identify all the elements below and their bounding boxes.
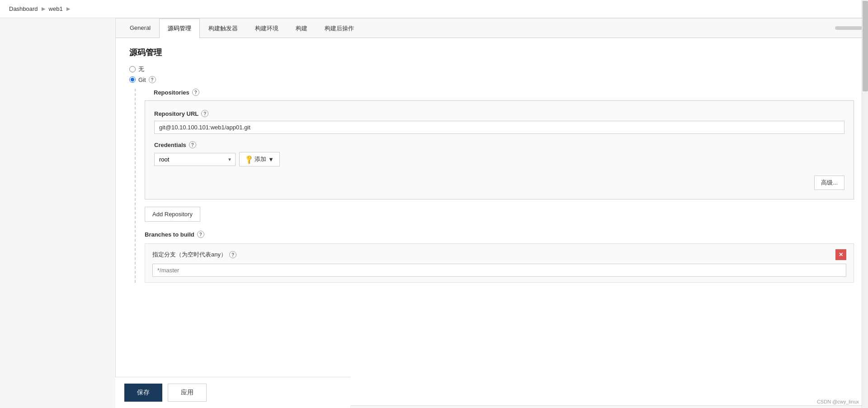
branches-help-icon[interactable]: ? [197,231,204,238]
branch-field-label: 指定分支（为空时代表any） ? [152,251,236,259]
credentials-label: Credentials ? [154,141,844,148]
tab-scrollbar-area [835,19,862,38]
right-scrollbar[interactable] [862,0,868,408]
credentials-add-label: 添加 [255,155,266,163]
tab-scrollbar-track [835,26,862,30]
branches-header: Branches to build ? [145,231,854,238]
tab-build[interactable]: 构建 [287,19,316,38]
scrollbar-thumb [863,1,868,91]
breadcrumb-arrow-2: ▶ [66,6,70,12]
scm-radio-group: 无 Git ? [129,65,854,83]
main-content: General 源码管理 构建触发器 构建环境 构建 构建后操作 源码管理 无 [115,18,868,406]
advanced-btn-row: 高级... [154,176,844,190]
key-icon: 🔑 [244,154,254,164]
radio-none-item: 无 [129,65,854,73]
branch-input[interactable] [152,264,846,277]
advanced-button[interactable]: 高级... [814,176,844,190]
repositories-header: Repositories ? [145,89,854,96]
section-title: 源码管理 [129,47,854,58]
credentials-select[interactable]: root [154,153,236,166]
repositories-label: Repositories [154,89,189,96]
radio-git-label: Git [138,76,146,83]
credentials-label-text: Credentials [154,142,186,148]
radio-git-item: Git ? [129,76,854,83]
breadcrumb-dashboard[interactable]: Dashboard [9,5,38,12]
repository-box: Repository URL ? Credentials ? [145,100,854,199]
add-repository-button[interactable]: Add Repository [145,207,200,222]
watermark: CSDN @cwy_linux [817,399,859,404]
repo-url-help-icon[interactable]: ? [201,110,208,117]
tab-env[interactable]: 构建环境 [246,19,287,38]
repo-url-field: Repository URL ? [154,110,844,134]
branch-row-container: 指定分支（为空时代表any） ? ✕ [145,243,854,283]
radio-git[interactable] [129,76,136,83]
repo-url-label: Repository URL ? [154,110,844,117]
repositories-help-icon[interactable]: ? [192,89,199,96]
radio-none-label: 无 [138,65,144,73]
sidebar [0,18,115,406]
bottom-action-bar: 保存 应用 [115,377,350,408]
breadcrumb-arrow-1: ▶ [42,6,45,12]
branch-field-header: 指定分支（为空时代表any） ? ✕ [152,249,846,260]
branch-help-icon[interactable]: ? [229,251,236,258]
git-config-section: Repositories ? Repository URL ? [135,89,854,283]
branch-label-text: 指定分支（为空时代表any） [152,251,226,259]
repo-url-input[interactable] [154,121,844,134]
breadcrumb: Dashboard ▶ web1 ▶ [0,0,868,18]
page-body: 源码管理 无 Git ? Repositories ? [116,38,868,328]
credentials-row: root ▼ 🔑 添加 ▼ [154,152,844,166]
tab-general[interactable]: General [121,19,159,38]
save-button[interactable]: 保存 [124,384,162,402]
git-help-icon[interactable]: ? [149,76,156,83]
tab-bar: General 源码管理 构建触发器 构建环境 构建 构建后操作 [116,19,868,38]
repo-url-label-text: Repository URL [154,110,198,117]
credentials-field: Credentials ? root ▼ 🔑 [154,141,844,166]
apply-button[interactable]: 应用 [168,384,207,402]
tab-triggers[interactable]: 构建触发器 [200,19,246,38]
branches-label-text: Branches to build [145,231,194,238]
credentials-help-icon[interactable]: ? [189,141,196,148]
credentials-add-button[interactable]: 🔑 添加 ▼ [239,152,280,166]
tab-scm[interactable]: 源码管理 [159,19,200,38]
breadcrumb-web1[interactable]: web1 [49,5,63,12]
add-dropdown-arrow: ▼ [268,156,274,163]
branch-delete-button[interactable]: ✕ [835,249,846,260]
tab-postbuild[interactable]: 构建后操作 [316,19,363,38]
radio-none[interactable] [129,66,136,72]
credentials-select-wrapper: root ▼ [154,153,236,166]
